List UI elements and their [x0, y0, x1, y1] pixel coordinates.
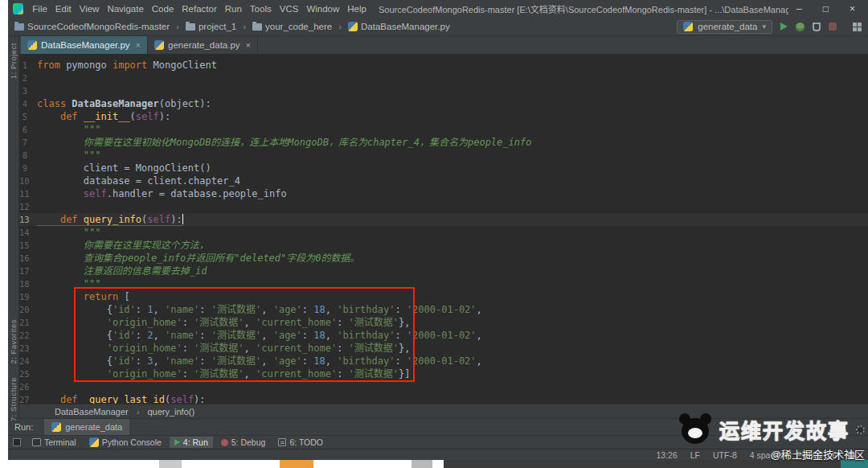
code-line[interactable]: 20 {'id': 1, 'name': '测试数据', 'age': 18, …	[19, 303, 868, 316]
close-icon[interactable]: ×	[246, 40, 251, 50]
line-number[interactable]: 4	[19, 97, 37, 110]
code-line[interactable]: 27 def _query_last_id(self):	[19, 393, 868, 404]
line-number[interactable]: 17	[19, 265, 37, 277]
minimize-button[interactable]: –	[796, 3, 802, 14]
taskbar-app-button[interactable]	[159, 460, 182, 468]
stop-button[interactable]	[829, 23, 837, 31]
run-button[interactable]	[780, 23, 788, 31]
line-number[interactable]: 5	[19, 110, 37, 123]
line-number[interactable]: 14	[19, 226, 37, 239]
line-number[interactable]: 2	[19, 72, 37, 84]
code-line[interactable]: 26	[19, 380, 868, 393]
taskbar-app-button[interactable]	[280, 460, 313, 468]
code-line[interactable]: 8 """	[19, 149, 868, 162]
menu-item-file[interactable]: File	[28, 2, 51, 15]
code-line[interactable]: 22 {'id': 2, 'name': '测试数据', 'age': 18, …	[19, 329, 868, 342]
code-line[interactable]: 4class DataBaseManager(object):	[19, 97, 868, 110]
line-number[interactable]: 25	[19, 367, 37, 380]
breadcrumb-item[interactable]: DataBaseManager.py	[348, 22, 450, 31]
line-number[interactable]: 26	[19, 380, 37, 393]
breadcrumb-item[interactable]: SourceCodeofMongoRedis-master	[14, 22, 170, 31]
stripe-label[interactable]: 2: Favorites	[9, 319, 18, 364]
line-number[interactable]: 15	[19, 239, 37, 252]
breadcrumb-item[interactable]: DataBaseManager	[55, 407, 129, 417]
code-line[interactable]: 19 return [	[19, 290, 868, 303]
line-number[interactable]: 16	[19, 252, 37, 265]
menu-item-view[interactable]: View	[76, 2, 104, 15]
coverage-button[interactable]	[813, 23, 821, 31]
stripe-label[interactable]: 1: Project	[9, 43, 18, 79]
toolwindow-button-6-todo[interactable]: 6: TODO	[273, 437, 328, 448]
code-line[interactable]: 7 你需要在这里初始化MongoDB的连接，连上本地MongoDB，库名为cha…	[19, 136, 868, 149]
line-number[interactable]: 10	[19, 174, 37, 187]
code-line[interactable]: 16 查询集合people_info并返回所有"deleted"字段为0的数据。	[19, 252, 868, 265]
line-number[interactable]: 6	[19, 123, 37, 136]
menu-item-vcs[interactable]: VCS	[276, 2, 303, 15]
line-number[interactable]: 3	[19, 84, 37, 97]
code-line[interactable]: 25 'origin_home': '测试数据', 'current_home'…	[19, 367, 868, 380]
menu-item-navigate[interactable]: Navigate	[103, 2, 147, 15]
taskbar-app-button[interactable]	[411, 460, 432, 468]
code-line[interactable]: 24 {'id': 3, 'name': '测试数据', 'age': 18, …	[19, 355, 868, 367]
code-line[interactable]: 5 def __init__(self):	[19, 110, 868, 123]
close-icon[interactable]: ×	[136, 40, 141, 50]
code-line[interactable]: 10 database = client.chapter_4	[19, 174, 868, 187]
editor-tab[interactable]: DataBaseManager.py×	[21, 36, 148, 54]
breadcrumb-item[interactable]: query_info()	[147, 407, 194, 417]
menu-item-tools[interactable]: Tools	[246, 2, 276, 15]
toolwindow-button-terminal[interactable]: Terminal	[27, 437, 81, 448]
menu-item-code[interactable]: Code	[148, 2, 178, 15]
line-number[interactable]: 11	[19, 187, 37, 200]
run-config-selector[interactable]: generate_data ▾	[677, 20, 772, 34]
line-number[interactable]: 8	[19, 149, 37, 162]
debug-button[interactable]	[796, 23, 805, 31]
code-line[interactable]: 12	[19, 200, 868, 213]
toolwindow-button-5-debug[interactable]: 5: Debug	[216, 437, 271, 448]
line-number[interactable]: 7	[19, 136, 37, 149]
line-number[interactable]: 9	[19, 162, 37, 174]
line-number[interactable]: 13	[19, 213, 37, 226]
code-line[interactable]: 13 def query_info(self):	[19, 213, 868, 226]
code-line[interactable]: 18 """	[19, 277, 868, 290]
menu-item-window[interactable]: Window	[302, 2, 343, 15]
menu-item-help[interactable]: Help	[343, 2, 371, 15]
run-tab[interactable]: generate_data	[44, 419, 129, 435]
line-number[interactable]: 21	[19, 316, 37, 329]
line-number[interactable]: 23	[19, 342, 37, 355]
line-number[interactable]: 18	[19, 277, 37, 290]
line-number[interactable]: 1	[19, 59, 37, 72]
line-number[interactable]: 22	[19, 329, 37, 342]
code-line[interactable]: 6 """	[19, 123, 868, 136]
code-line[interactable]: 21 'origin_home': '测试数据', 'current_home'…	[19, 316, 868, 329]
close-button[interactable]: ×	[850, 3, 855, 14]
toolwindow-button-python-console[interactable]: Python Console	[84, 437, 166, 448]
editor-tab[interactable]: generate_data.py×	[148, 36, 258, 54]
code-line[interactable]: 1from pymongo import MongoClient	[19, 59, 868, 72]
code-line[interactable]: 2	[19, 72, 868, 84]
code-token: '测试数据'	[211, 304, 261, 315]
code-line[interactable]: 14 """	[19, 226, 868, 239]
code-line[interactable]: 11 self.handler = database.people_info	[19, 187, 868, 200]
maximize-button[interactable]: □	[823, 3, 829, 14]
line-number[interactable]: 12	[19, 200, 37, 213]
line-number[interactable]: 19	[19, 290, 37, 303]
code-editor[interactable]: 1from pymongo import MongoClient234class…	[19, 55, 868, 404]
menu-item-edit[interactable]: Edit	[51, 2, 76, 15]
line-number[interactable]: 20	[19, 303, 37, 316]
menu-item-run[interactable]: Run	[221, 2, 246, 15]
stripe-label[interactable]: 7: Structure	[9, 377, 18, 421]
search-everywhere-button[interactable]	[853, 23, 862, 31]
breadcrumb-item[interactable]: project_1	[186, 22, 236, 31]
code-line[interactable]: 17 注意返回的信息需要去掉_id	[19, 265, 868, 277]
menu-item-refactor[interactable]: Refactor	[178, 2, 220, 15]
status-item[interactable]: 13:26	[656, 450, 677, 460]
line-number[interactable]: 24	[19, 355, 37, 367]
toolwindow-button-4-run[interactable]: 4: Run	[170, 437, 213, 448]
code-line[interactable]: 23 'origin_home': '测试数据', 'current_home'…	[19, 342, 868, 355]
code-line[interactable]: 3	[19, 84, 868, 97]
line-number[interactable]: 27	[19, 393, 37, 404]
code-line[interactable]: 15 你需要在这里实现这个方法，	[19, 239, 868, 252]
code-line[interactable]: 9 client = MongoClient()	[19, 162, 868, 174]
toolwindow-switcher-icon[interactable]	[13, 438, 21, 446]
breadcrumb-item[interactable]: your_code_here	[252, 22, 332, 31]
